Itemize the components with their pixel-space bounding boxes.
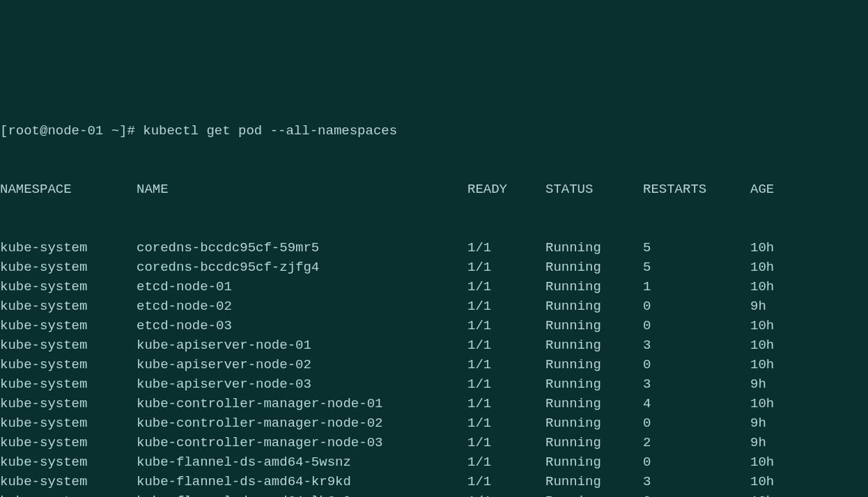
table-row: kube-systemkube-controller-manager-node-… <box>0 433 868 452</box>
cell-ready: 1/1 <box>467 258 545 277</box>
table-row: kube-systemkube-flannel-ds-amd64-kr9kd1/… <box>0 472 868 491</box>
cell-age: 10h <box>750 491 774 497</box>
cell-namespace: kube-system <box>0 355 137 374</box>
cell-status: Running <box>545 238 643 258</box>
cell-restarts: 2 <box>643 433 750 452</box>
command-line: [root@node-01 ~]# kubectl get pod --all-… <box>0 121 868 141</box>
cell-age: 9h <box>750 297 766 316</box>
table-row: kube-systemetcd-node-031/1Running010h <box>0 316 868 336</box>
cell-ready: 1/1 <box>467 491 545 497</box>
cell-ready: 1/1 <box>467 297 545 316</box>
cell-restarts: 5 <box>643 238 750 258</box>
cell-namespace: kube-system <box>0 472 137 491</box>
cell-name: kube-controller-manager-node-01 <box>137 394 467 413</box>
cell-ready: 1/1 <box>467 238 545 258</box>
cell-ready: 1/1 <box>467 277 545 297</box>
cell-restarts: 3 <box>643 374 750 394</box>
cell-namespace: kube-system <box>0 413 137 433</box>
cell-namespace: kube-system <box>0 336 137 355</box>
table-row: kube-systemkube-apiserver-node-011/1Runn… <box>0 336 868 355</box>
cell-restarts: 5 <box>643 258 750 277</box>
table-row: kube-systemkube-apiserver-node-021/1Runn… <box>0 355 868 374</box>
cell-namespace: kube-system <box>0 394 137 413</box>
command-text: kubectl get pod --all-namespaces <box>143 123 397 139</box>
cell-namespace: kube-system <box>0 452 137 472</box>
table-row: kube-systemkube-controller-manager-node-… <box>0 413 868 433</box>
table-row: kube-systemkube-flannel-ds-amd64-lh6x91/… <box>0 491 868 497</box>
cell-age: 10h <box>750 238 774 258</box>
cell-restarts: 0 <box>643 297 750 316</box>
cell-name: kube-flannel-ds-amd64-kr9kd <box>137 472 467 491</box>
cell-age: 10h <box>750 336 774 355</box>
table-row: kube-systemkube-apiserver-node-031/1Runn… <box>0 374 868 394</box>
cell-restarts: 4 <box>643 394 750 413</box>
cell-name: kube-apiserver-node-02 <box>137 355 467 374</box>
header-age: AGE <box>750 180 774 199</box>
cell-status: Running <box>545 452 643 472</box>
table-row: kube-systemcoredns-bccdc95cf-zjfg41/1Run… <box>0 258 868 277</box>
cell-status: Running <box>545 472 643 491</box>
cell-age: 9h <box>750 433 766 452</box>
table-header-row: NAMESPACENAMEREADYSTATUSRESTARTSAGE <box>0 180 868 199</box>
terminal[interactable]: [root@node-01 ~]# kubectl get pod --all-… <box>0 82 868 497</box>
cell-name: kube-flannel-ds-amd64-lh6x9 <box>137 491 467 497</box>
cell-age: 10h <box>750 316 774 336</box>
cell-status: Running <box>545 394 643 413</box>
cell-ready: 1/1 <box>467 452 545 472</box>
cell-namespace: kube-system <box>0 258 137 277</box>
cell-restarts: 0 <box>643 413 750 433</box>
cell-ready: 1/1 <box>467 336 545 355</box>
cell-age: 10h <box>750 452 774 472</box>
cell-restarts: 3 <box>643 472 750 491</box>
cell-age: 10h <box>750 472 774 491</box>
cell-status: Running <box>545 336 643 355</box>
cell-restarts: 1 <box>643 277 750 297</box>
cell-ready: 1/1 <box>467 316 545 336</box>
cell-name: kube-controller-manager-node-03 <box>137 433 467 452</box>
cell-ready: 1/1 <box>467 413 545 433</box>
table-row: kube-systemcoredns-bccdc95cf-59mr51/1Run… <box>0 238 868 258</box>
cell-name: kube-apiserver-node-01 <box>137 336 467 355</box>
cell-name: kube-controller-manager-node-02 <box>137 413 467 433</box>
cell-restarts: 0 <box>643 316 750 336</box>
header-restarts: RESTARTS <box>643 180 750 199</box>
cell-name: kube-apiserver-node-03 <box>137 374 467 394</box>
table-row: kube-systemkube-flannel-ds-amd64-5wsnz1/… <box>0 452 868 472</box>
cell-namespace: kube-system <box>0 491 137 497</box>
cell-name: coredns-bccdc95cf-zjfg4 <box>137 258 467 277</box>
cell-age: 10h <box>750 394 774 413</box>
table-row: kube-systemkube-controller-manager-node-… <box>0 394 868 413</box>
cell-namespace: kube-system <box>0 238 137 258</box>
cell-age: 10h <box>750 355 774 374</box>
header-status: STATUS <box>545 180 643 199</box>
cell-age: 9h <box>750 374 766 394</box>
cell-name: coredns-bccdc95cf-59mr5 <box>137 238 467 258</box>
cell-status: Running <box>545 258 643 277</box>
cell-restarts: 0 <box>643 491 750 497</box>
cell-name: etcd-node-01 <box>137 277 467 297</box>
table-row: kube-systemetcd-node-021/1Running09h <box>0 297 868 316</box>
cell-restarts: 0 <box>643 452 750 472</box>
cell-status: Running <box>545 491 643 497</box>
cell-name: etcd-node-03 <box>137 316 467 336</box>
cell-namespace: kube-system <box>0 277 137 297</box>
cell-restarts: 0 <box>643 355 750 374</box>
cell-ready: 1/1 <box>467 394 545 413</box>
cell-name: etcd-node-02 <box>137 297 467 316</box>
table-body: kube-systemcoredns-bccdc95cf-59mr51/1Run… <box>0 238 868 497</box>
cell-age: 10h <box>750 258 774 277</box>
cell-status: Running <box>545 413 643 433</box>
cell-status: Running <box>545 433 643 452</box>
cell-namespace: kube-system <box>0 433 137 452</box>
cell-status: Running <box>545 374 643 394</box>
cell-status: Running <box>545 316 643 336</box>
cell-status: Running <box>545 297 643 316</box>
cell-status: Running <box>545 355 643 374</box>
cell-namespace: kube-system <box>0 316 137 336</box>
cell-restarts: 3 <box>643 336 750 355</box>
cell-namespace: kube-system <box>0 374 137 394</box>
header-namespace: NAMESPACE <box>0 180 137 199</box>
cell-age: 10h <box>750 277 774 297</box>
header-ready: READY <box>467 180 545 199</box>
cell-namespace: kube-system <box>0 297 137 316</box>
